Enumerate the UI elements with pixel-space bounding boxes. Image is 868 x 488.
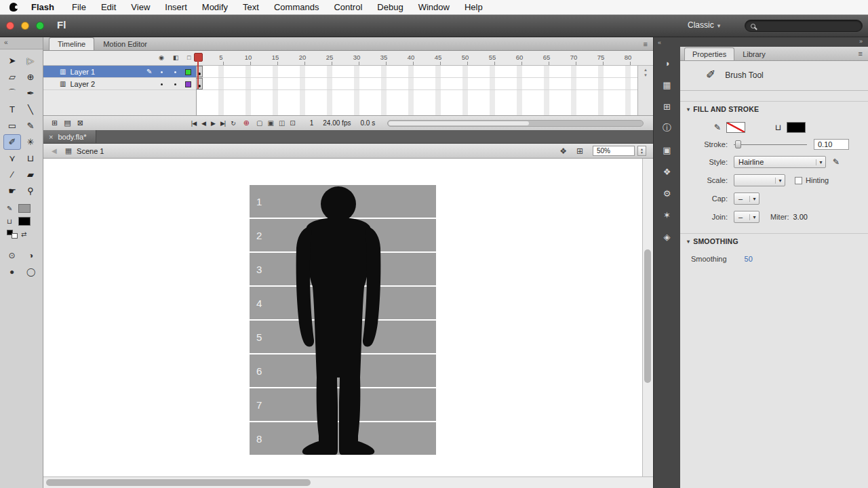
selection-tool[interactable]: ➤ [3,53,21,68]
project-panel-icon[interactable]: ◈ [658,228,676,245]
outline-all-layers-icon[interactable]: □ [187,54,191,61]
stage-vertical-scrollbar[interactable] [642,159,653,476]
delete-layer-button[interactable]: ⊠ [77,119,83,127]
frame-rate-value[interactable]: 24.00 fps [323,119,351,127]
swatches-panel-icon[interactable]: ▦ [658,77,676,93]
swap-colors-button[interactable]: ⇄ [21,230,26,238]
layer-lock-dot[interactable] [174,83,176,85]
lock-fill-option[interactable]: ◑ [22,248,40,263]
motion-presets-panel-icon[interactable]: ✶ [658,207,676,223]
menu-commands[interactable]: Commands [274,2,319,12]
edit-multiple-frames-button[interactable]: ◫ [279,119,285,127]
menu-text[interactable]: Text [243,2,259,12]
smoothing-value[interactable]: 50 [745,255,753,263]
zoom-window-button[interactable] [36,22,44,30]
document-tab[interactable]: × body.fla* [43,130,96,143]
edit-stroke-style-button[interactable]: ✎ [833,157,840,167]
layer-row-2[interactable]: ▥ Layer 2 [43,78,196,90]
align-panel-icon[interactable]: ⊞ [658,98,676,115]
layer-outline-color-swatch[interactable] [185,81,191,87]
stroke-height-input[interactable]: 0.10 [814,139,849,150]
fill-color-swatch[interactable] [787,122,806,133]
onion-skin-button[interactable]: ▢ [256,119,262,127]
human-silhouette-figure[interactable] [250,184,436,456]
layer-outline-color-swatch[interactable] [185,69,191,75]
menu-view[interactable]: View [131,2,150,12]
edit-symbols-button[interactable]: ⊞ [576,146,583,156]
fill-and-stroke-section-header[interactable]: ▾ FILL AND STROKE [680,101,868,115]
menu-modify[interactable]: Modify [202,2,228,12]
zoom-tool[interactable]: ⚲ [22,183,39,199]
tools-panel-collapse[interactable]: « [0,37,43,49]
zoom-stepper[interactable]: ▲ ▼ [637,146,646,156]
zoom-step-down-icon[interactable]: ▼ [640,151,644,155]
frame-ruler[interactable] [197,62,637,65]
line-tool[interactable]: ╲ [22,102,39,117]
onion-skin-outlines-button[interactable]: ▣ [267,119,273,127]
brush-tool[interactable]: ✐ [3,134,21,150]
center-frame-button[interactable]: ⊕ [243,119,250,127]
layer-visibility-dot[interactable] [161,71,163,73]
menu-control[interactable]: Control [334,2,362,12]
workspace-switcher[interactable]: Classic▾ [688,20,720,30]
layer-lock-dot[interactable] [174,71,176,73]
eraser-tool[interactable]: ▰ [22,167,39,182]
zoom-level-input[interactable]: 50% [593,146,635,156]
brush-mode-option[interactable]: ⊙ [3,248,21,263]
info-panel-icon[interactable]: ⓘ [658,120,676,136]
slider-knob[interactable] [735,140,741,148]
menu-edit[interactable]: Edit [101,2,116,12]
brush-size-option[interactable]: ● [3,264,21,279]
vertical-scrollbar-thumb[interactable] [644,249,651,383]
scroll-down-icon[interactable]: ▼ [644,73,648,77]
menu-app-name[interactable]: Flash [31,2,54,12]
hand-tool[interactable]: ☛ [3,183,21,199]
horizontal-scrollbar-thumb[interactable] [46,479,311,486]
new-folder-button[interactable]: ▤ [64,119,71,127]
elapsed-time-value[interactable]: 0.0 s [360,119,375,127]
hinting-checkbox[interactable] [795,177,802,184]
menu-window[interactable]: Window [418,2,450,12]
go-to-last-frame-button[interactable]: ▶| [220,120,225,127]
bone-tool[interactable]: ⋎ [3,150,21,166]
toolbar-fill-color-swatch[interactable] [18,217,31,226]
cap-dropdown[interactable]: – ▾ [734,192,760,205]
stroke-height-slider[interactable] [734,140,807,149]
transform-panel-icon[interactable]: ▣ [658,142,676,158]
text-tool[interactable]: T [3,102,21,117]
timeline-scrollbar-thumb[interactable] [389,121,529,125]
paint-bucket-tool[interactable]: ⊔ [22,150,39,166]
panel-collapse-strip[interactable]: » [680,37,868,47]
color-panel-icon[interactable]: ◑ [658,55,676,71]
current-frame-value[interactable]: 1 [310,119,314,127]
stage-horizontal-scrollbar[interactable] [43,476,653,488]
back-arrow-icon[interactable]: ◀ [52,147,57,155]
pencil-tool[interactable]: ✎ [22,118,39,134]
menu-insert[interactable]: Insert [165,2,187,12]
rectangle-tool[interactable]: ▭ [3,118,21,134]
tab-timeline[interactable]: Timeline [49,37,94,50]
scroll-up-icon[interactable]: ▲ [644,68,648,72]
eyedropper-tool[interactable]: ∕ [3,167,21,182]
properties-panel-menu-icon[interactable]: ≡ [859,49,863,58]
show-hide-all-layers-icon[interactable]: ◉ [159,54,164,61]
default-colors-button[interactable] [7,230,18,239]
pen-tool[interactable]: ✒ [22,85,39,101]
miter-value[interactable]: 3.00 [793,213,808,221]
tab-properties[interactable]: Properties [684,47,734,60]
free-transform-tool[interactable]: ▱ [3,69,21,85]
search-input[interactable] [745,20,863,32]
smoothing-section-header[interactable]: ▾ SMOOTHING [680,233,868,247]
frames-grid[interactable] [197,66,637,115]
toolbar-stroke-color-swatch[interactable] [18,204,31,213]
modify-markers-button[interactable]: ⊡ [290,119,295,127]
close-document-icon[interactable]: × [49,133,53,141]
new-layer-button[interactable]: ⊞ [52,119,58,127]
menu-help[interactable]: Help [465,2,483,12]
tab-motion-editor[interactable]: Motion Editor [94,37,156,50]
subselection-tool[interactable]: ▷ [22,53,39,68]
loop-button[interactable]: ↻ [231,120,235,127]
apple-menu-icon[interactable] [9,3,18,12]
join-dropdown[interactable]: – ▾ [734,211,760,223]
stage-canvas[interactable]: 1 2 3 4 5 6 7 8 [43,159,642,476]
